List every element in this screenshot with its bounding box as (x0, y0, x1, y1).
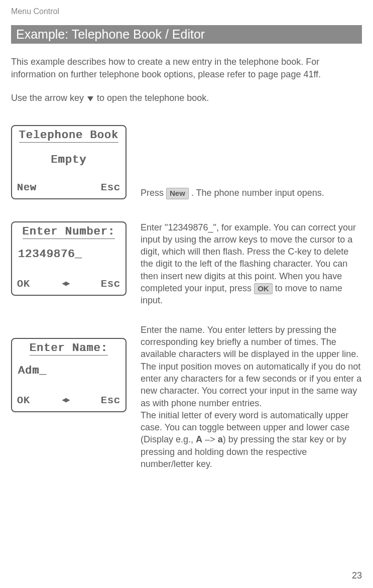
nav-arrows-icon: ◄► (62, 396, 69, 404)
new-key-label: New (166, 188, 189, 199)
lcd-softkey-right: Esc (101, 182, 120, 193)
instruction-post: to open the telephone book. (97, 93, 209, 103)
lcd-footer: New Esc (17, 182, 120, 193)
desc3-a: Enter the name. You enter letters by pre… (141, 325, 361, 408)
page-heading: Example: Telephone Book / Editor (11, 25, 362, 44)
desc-text-3: Enter the name. You enter letters by pre… (141, 324, 362, 471)
desc-text-1: Press New . The phone number input opens… (141, 187, 362, 199)
lcd-screen-1: Telephone Book Empty New Esc (11, 125, 127, 199)
ok-key-label: OK (254, 283, 273, 294)
lcd-title: Enter Name: (30, 342, 108, 356)
desc3-upper-a: A (196, 434, 202, 444)
example-row-2: Enter Number: 12349876_ OK ◄► Esc Enter … (11, 221, 362, 307)
lcd-title: Enter Number: (23, 225, 115, 239)
lcd-softkey-left: New (17, 182, 37, 193)
example-row-3: Enter Name: Adm_ OK ◄► Esc Enter the nam… (11, 324, 362, 471)
lcd-title: Telephone Book (19, 129, 119, 143)
example-row-1: Telephone Book Empty New Esc Press New .… (11, 125, 362, 199)
desc-text-2: Enter "12349876_", for example. You can … (141, 221, 362, 307)
arrow-down-icon (87, 96, 93, 101)
lcd-softkey-left: OK (17, 395, 30, 406)
lcd-body: Adm_ (17, 358, 120, 395)
lcd-footer: OK ◄► Esc (17, 395, 120, 406)
lcd-screen-3: Enter Name: Adm_ OK ◄► Esc (11, 338, 127, 412)
desc3-lower-a: a (218, 434, 223, 444)
desc1-post: . The phone number input opens. (191, 188, 324, 198)
desc3-arrow: –> (205, 434, 215, 444)
instruction-line: Use the arrow key to open the telephone … (11, 92, 362, 104)
desc1-pre: Press (141, 188, 164, 198)
nav-arrows-icon: ◄► (62, 280, 69, 288)
lcd-screen-2: Enter Number: 12349876_ OK ◄► Esc (11, 221, 127, 296)
desc2-a: Enter "12349876_", for example. You can … (141, 222, 356, 293)
lcd-softkey-right: Esc (101, 278, 120, 290)
instruction-pre: Use the arrow key (11, 93, 84, 103)
lcd-body: Empty (17, 145, 120, 182)
lcd-body: 12349876_ (17, 241, 120, 278)
intro-paragraph: This example describes how to create a n… (11, 56, 362, 81)
lcd-softkey-right: Esc (101, 395, 120, 406)
lcd-footer: OK ◄► Esc (17, 278, 120, 290)
lcd-softkey-left: OK (17, 278, 30, 290)
running-header: Menu Control (11, 7, 362, 16)
page-number: 23 (352, 570, 362, 581)
